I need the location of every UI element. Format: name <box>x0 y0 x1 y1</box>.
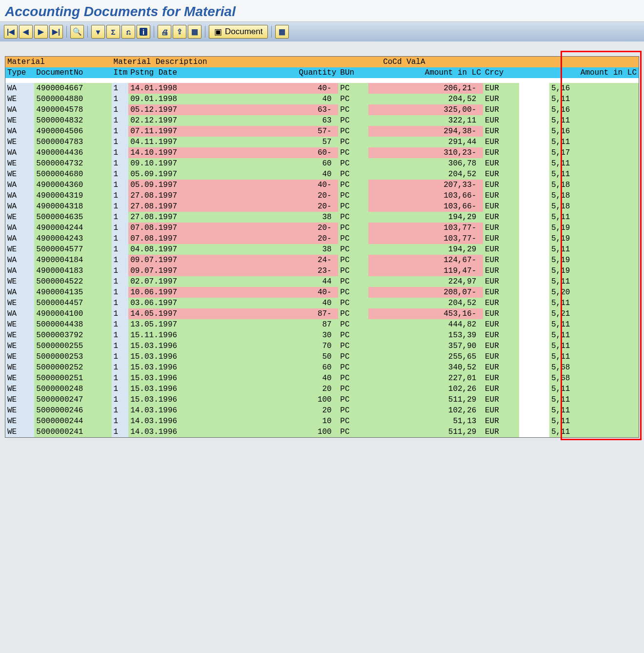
table-row[interactable]: WE5000004457103.06.199740 PC204,52 EUR5,… <box>5 298 639 308</box>
table-row[interactable]: WA4900004244107.08.199720- PC103,77- EUR… <box>5 223 639 233</box>
cell-bun: PC <box>338 255 368 265</box>
details-button[interactable]: 🔍 <box>70 25 84 39</box>
cell-amt2: 5,11 <box>549 319 639 330</box>
table-row[interactable]: WE5000004438113.05.199787 PC444,82 EUR5,… <box>5 319 639 330</box>
cell-gap <box>519 147 549 158</box>
cell-amt1: 340,52 <box>368 362 483 373</box>
table-row[interactable]: WA4900004360105.09.199740- PC207,33- EUR… <box>5 180 639 190</box>
table-row[interactable]: WE5000004880109.01.199840 PC204,52 EUR5,… <box>5 94 639 104</box>
table-row[interactable]: WA4900004506107.11.199757- PC294,38- EUR… <box>5 126 639 137</box>
next-page-button[interactable]: ▶ <box>34 25 48 39</box>
col-qty[interactable]: Quantity <box>205 67 338 78</box>
cell-type: WA <box>5 223 34 233</box>
table-row[interactable]: WE5000004577104.08.199738 PC194,29 EUR5,… <box>5 244 639 255</box>
table-row[interactable]: WE5000000255115.03.199670 PC357,90 EUR5,… <box>5 341 639 351</box>
table-row[interactable]: WE5000000247115.03.1996100 PC511,29 EUR5… <box>5 394 639 405</box>
table-row[interactable]: WE5000004522102.07.199744 PC224,97 EUR5,… <box>5 276 639 287</box>
table-row[interactable]: WA4900004184109.07.199724- PC124,67- EUR… <box>5 255 639 265</box>
cell-docno: 5000000251 <box>34 373 111 384</box>
cell-itm: 1 <box>112 276 129 287</box>
cell-bun: PC <box>338 362 368 373</box>
table-row[interactable]: WA4900004243107.08.199720- PC103,77- EUR… <box>5 233 639 244</box>
col-itm[interactable]: Itm <box>112 67 129 78</box>
table-row[interactable]: WE5000000244114.03.199610 PC51,13 EUR5,1… <box>5 416 639 427</box>
info-icon: i <box>140 28 147 36</box>
cell-gap <box>519 190 549 201</box>
first-page-button[interactable]: |◀ <box>4 25 18 39</box>
last-page-button[interactable]: ▶| <box>49 25 63 39</box>
table-row[interactable]: WE5000003792115.11.199630 PC153,39 EUR5,… <box>5 330 639 341</box>
cell-type: WE <box>5 416 34 427</box>
sigma-icon: Σ <box>111 28 115 36</box>
cell-amt2: 5,16 <box>549 83 639 94</box>
cell-type: WA <box>5 147 34 158</box>
cell-date: 27.08.1997 <box>128 201 205 212</box>
table-row[interactable]: WE5000000241114.03.1996100 PC511,29 EUR5… <box>5 427 639 437</box>
info-button[interactable]: i <box>137 25 150 39</box>
cell-crcy: EUR <box>483 362 519 373</box>
table-row[interactable]: WE5000004732109.10.199760 PC306,78 EUR5,… <box>5 158 639 169</box>
col-docno[interactable]: DocumentNo <box>34 67 111 78</box>
table-row[interactable]: WA4900004318127.08.199720- PC103,66- EUR… <box>5 201 639 212</box>
cell-amt2: 5,19 <box>549 255 639 265</box>
cell-bun: PC <box>338 298 368 308</box>
first-icon: |◀ <box>7 27 15 36</box>
cell-bun: PC <box>338 158 368 169</box>
export-button[interactable]: ⇪ <box>173 25 186 39</box>
col-amt2[interactable]: Amount in LC <box>549 67 639 78</box>
table-row[interactable]: WA4900004436114.10.199760- PC310,23- EUR… <box>5 147 639 158</box>
cell-itm: 1 <box>112 137 129 147</box>
cell-itm: 1 <box>112 115 129 126</box>
cell-itm: 1 <box>112 255 129 265</box>
group-header-row: Material Material Description CoCd ValA <box>5 57 639 67</box>
cell-amt1: 322,11 <box>368 115 483 126</box>
print-button[interactable]: 🖨 <box>158 25 171 39</box>
cell-docno: 5000000247 <box>34 394 111 405</box>
table-row[interactable]: WA4900004135110.06.199740- PC208,07- EUR… <box>5 287 639 298</box>
col-date[interactable]: Pstng Date <box>128 67 205 78</box>
cell-date: 15.11.1996 <box>128 330 205 341</box>
cell-bun: PC <box>338 233 368 244</box>
cell-docno: 5000000241 <box>34 427 111 437</box>
table-row[interactable]: WE5000004635127.08.199738 PC194,29 EUR5,… <box>5 212 639 223</box>
table-row[interactable]: WE5000000251115.03.199640 PC227,01 EUR5,… <box>5 373 639 384</box>
cell-docno: 5000000246 <box>34 405 111 416</box>
filter-button[interactable]: ▼ <box>91 25 105 39</box>
col-bun[interactable]: BUn <box>338 67 368 78</box>
table-row[interactable]: WE5000000253115.03.199650 PC255,65 EUR5,… <box>5 351 639 362</box>
col-crcy[interactable]: Crcy <box>483 67 519 78</box>
cell-docno: 4900004667 <box>34 83 111 94</box>
table-row[interactable]: WA4900004319127.08.199720- PC103,66- EUR… <box>5 190 639 201</box>
magnifier-icon: 🔍 <box>73 27 82 36</box>
table-row[interactable]: WA4900004100114.05.199787- PC453,16- EUR… <box>5 308 639 319</box>
cell-amt1: 102,26 <box>368 405 483 416</box>
cell-type: WA <box>5 308 34 319</box>
table-row[interactable]: WA4900004578105.12.199763- PC325,00- EUR… <box>5 104 639 115</box>
layout-button[interactable]: ▦ <box>275 25 289 39</box>
col-type[interactable]: Type <box>5 67 34 78</box>
cell-qty: 20- <box>205 223 338 233</box>
table-row[interactable]: WE5000004680105.09.199740 PC204,52 EUR5,… <box>5 169 639 180</box>
table-row[interactable]: WE5000004783104.11.199757 PC291,44 EUR5,… <box>5 137 639 147</box>
subtotal-button[interactable]: ⎌ <box>121 25 135 39</box>
table-row[interactable]: WE5000004832102.12.199763 PC322,11 EUR5,… <box>5 115 639 126</box>
cell-bun: PC <box>338 341 368 351</box>
spreadsheet-button[interactable]: ▦ <box>188 25 201 39</box>
cell-gap <box>519 373 549 384</box>
table-row[interactable]: WE5000000252115.03.199660 PC340,52 EUR5,… <box>5 362 639 373</box>
cell-date: 27.08.1997 <box>128 190 205 201</box>
cell-type: WA <box>5 233 34 244</box>
col-amt1[interactable]: Amount in LC <box>368 67 483 78</box>
table-row[interactable]: WA4900004667114.01.199840- PC206,21- EUR… <box>5 83 639 94</box>
table-row[interactable]: WE5000000246114.03.199620 PC102,26 EUR5,… <box>5 405 639 416</box>
table-row[interactable]: WA4900004183109.07.199723- PC119,47- EUR… <box>5 265 639 276</box>
cell-amt1: 103,77- <box>368 233 483 244</box>
cell-itm: 1 <box>112 341 129 351</box>
cell-qty: 44 <box>205 276 338 287</box>
document-button[interactable]: ▣ Document <box>209 25 268 39</box>
table-row[interactable]: WE5000000248115.03.199620 PC102,26 EUR5,… <box>5 384 639 394</box>
cell-docno: 4900004319 <box>34 190 111 201</box>
prev-page-button[interactable]: ◀ <box>19 25 33 39</box>
cell-itm: 1 <box>112 94 129 104</box>
sum-button[interactable]: Σ <box>106 25 120 39</box>
